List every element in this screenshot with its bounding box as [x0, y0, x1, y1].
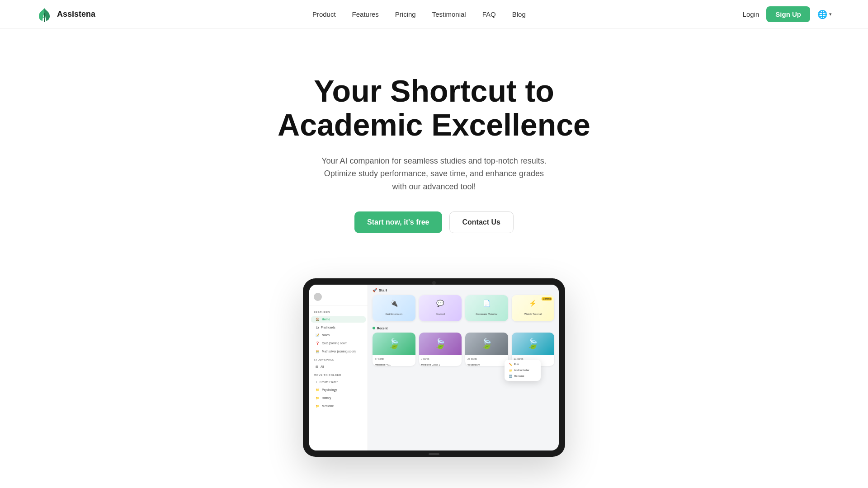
tablet-screen: Features 🏠 Home 🗂 Flashcards 📝 Notes ❓ Q…	[309, 285, 559, 450]
recent-card-1[interactable]: 🍃 7 cards ··· Medicine Class 1	[419, 333, 462, 366]
sidebar-folder-history[interactable]: 📁 History	[311, 395, 366, 401]
app-main-content: 🚀 Start 🔌 Get Extension 💬 Discord	[368, 285, 559, 450]
start-button[interactable]: Start now, it's free	[354, 211, 442, 233]
start-grid: 🔌 Get Extension 💬 Discord 📄 Generate Mat…	[373, 295, 554, 321]
notes-icon: 📝	[316, 333, 320, 337]
logo-link[interactable]: Assistena	[36, 6, 95, 23]
flashcards-icon: 🗂	[316, 326, 319, 329]
plus-icon: +	[316, 380, 317, 384]
globe-icon: 🌐	[817, 9, 827, 19]
sidebar-item-notes[interactable]: 📝 Notes	[311, 332, 366, 338]
nav-product[interactable]: Product	[312, 10, 336, 18]
card-menu-icon[interactable]: ···	[549, 357, 552, 361]
hero-subtitle: Your AI companion for seamless studies a…	[321, 155, 547, 193]
nav-pricing[interactable]: Pricing	[395, 10, 416, 18]
start-card-tutorial[interactable]: Coming ⚡ Watch Tutorial	[512, 295, 555, 321]
chevron-down-icon: ▾	[829, 11, 832, 17]
nav-testimonial[interactable]: Testimonial	[432, 10, 466, 18]
start-card-generate[interactable]: 📄 Generate Material	[465, 295, 508, 321]
contact-button[interactable]: Contact Us	[449, 211, 514, 233]
sidebar-move-label: Move to folder	[309, 372, 368, 377]
card-menu-icon[interactable]: ···	[410, 357, 413, 361]
card-footer-0: 57 cards ···	[373, 355, 415, 362]
sidebar-item-quiz[interactable]: ❓ Quiz (coming soon)	[311, 340, 366, 347]
folder-icon: 📁	[316, 404, 320, 408]
nav-actions: Login Sign Up 🌐 ▾	[743, 6, 832, 22]
tablet-camera	[432, 281, 436, 285]
home-icon: 🏠	[316, 318, 320, 321]
logo-text: Assistena	[57, 9, 95, 19]
avatar	[314, 293, 322, 301]
start-section-title: 🚀 Start	[373, 288, 554, 292]
hero-title-line1: Your Shortcut to	[314, 74, 554, 108]
sidebar-folder-create[interactable]: + Create Folder	[311, 379, 366, 385]
coming-badge: Coming	[542, 297, 552, 300]
app-main: 🚀 Start 🔌 Get Extension 💬 Discord	[368, 285, 559, 450]
card-thumb-green: 🍃	[373, 333, 415, 355]
tablet-home-button	[429, 453, 439, 455]
grid-icon: ⊞	[316, 365, 318, 369]
nav-faq[interactable]: FAQ	[482, 10, 496, 18]
hero-buttons: Start now, it's free Contact Us	[18, 211, 850, 233]
extension-icon: 🔌	[375, 300, 413, 307]
sidebar-folder-psychology[interactable]: 📁 Psychology	[311, 387, 366, 393]
tablet-mockup: Features 🏠 Home 🗂 Flashcards 📝 Notes ❓ Q…	[303, 278, 565, 457]
recent-section-label: Recent	[373, 327, 554, 330]
app-sidebar: Features 🏠 Home 🗂 Flashcards 📝 Notes ❓ Q…	[309, 285, 368, 450]
card-thumb-cyan: 🍃	[512, 333, 555, 355]
sidebar-item-all[interactable]: ⊞ All	[311, 364, 366, 370]
dot-icon	[373, 327, 375, 329]
card-thumb-gray: 🍃	[465, 333, 508, 355]
generate-icon: 📄	[468, 300, 505, 307]
card-footer-2: 23 cards ···	[465, 355, 508, 362]
nav-features[interactable]: Features	[352, 10, 379, 18]
sidebar-item-flashcards[interactable]: 🗂 Flashcards	[311, 324, 366, 330]
start-card-extension[interactable]: 🔌 Get Extension	[373, 295, 415, 321]
context-menu: ✏️ Edit 📁 Add to folder 🔤 Rename	[505, 360, 541, 381]
folder-add-icon: 📁	[509, 369, 512, 372]
folder-icon: 📁	[316, 388, 320, 392]
sidebar-top	[309, 290, 368, 305]
edit-icon: ✏️	[509, 363, 512, 366]
card-footer-1: 7 cards ···	[419, 355, 462, 362]
nav-links: Product Features Pricing Testimonial FAQ…	[312, 10, 526, 19]
folder-icon: 📁	[316, 396, 320, 400]
recent-card-2[interactable]: 🍃 23 cards ··· Vocabulary	[465, 333, 508, 366]
sidebar-studyspace-label: Studyspace	[309, 357, 368, 362]
context-menu-add-folder[interactable]: 📁 Add to folder	[505, 367, 541, 373]
sidebar-features-label: Features	[309, 309, 368, 314]
hero-section: Your Shortcut to Academic Excellence You…	[0, 29, 868, 260]
hero-title-line2: Academic Excellence	[278, 108, 590, 142]
device-wrapper: Features 🏠 Home 🗂 Flashcards 📝 Notes ❓ Q…	[0, 260, 868, 484]
hero-title: Your Shortcut to Academic Excellence	[18, 74, 850, 142]
card-thumb-purple: 🍃	[419, 333, 462, 355]
tutorial-icon: ⚡	[514, 300, 552, 307]
mathsolver-icon: 🧮	[316, 350, 320, 353]
discord-icon: 💬	[422, 300, 459, 307]
sidebar-folder-medicine[interactable]: 📁 Medicine	[311, 403, 366, 409]
language-selector[interactable]: 🌐 ▾	[817, 9, 832, 19]
sidebar-item-mathsolver[interactable]: 🧮 Mathsolver (coming soon)	[311, 348, 366, 355]
nav-blog[interactable]: Blog	[512, 10, 526, 18]
card-menu-icon[interactable]: ···	[456, 357, 459, 361]
login-button[interactable]: Login	[743, 10, 760, 18]
start-icon: 🚀	[373, 288, 377, 292]
recent-card-0[interactable]: 🍃 57 cards ··· MedTech PA 1	[373, 333, 415, 366]
quiz-icon: ❓	[316, 342, 320, 345]
rename-icon: 🔤	[509, 375, 512, 378]
context-menu-edit[interactable]: ✏️ Edit	[505, 361, 541, 367]
context-menu-rename[interactable]: 🔤 Rename	[505, 373, 541, 379]
start-card-discord[interactable]: 💬 Discord	[419, 295, 462, 321]
sidebar-item-home[interactable]: 🏠 Home	[311, 316, 366, 323]
signup-button[interactable]: Sign Up	[766, 6, 810, 22]
logo-icon	[36, 6, 52, 23]
navbar: Assistena Product Features Pricing Testi…	[0, 0, 868, 29]
